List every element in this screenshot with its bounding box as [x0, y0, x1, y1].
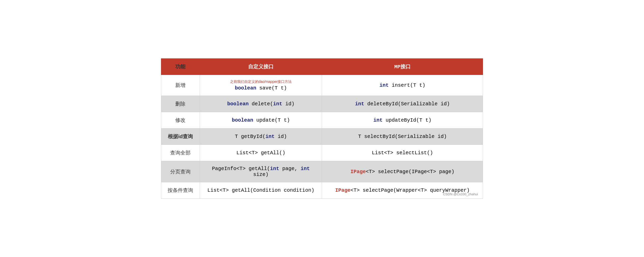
table-row: 新增之前我们自定义的dao/mapper接口方法boolean save(T t… [161, 75, 483, 96]
cell-feature: 删除 [161, 96, 200, 112]
comparison-table-wrapper: 功能 自定义接口 MP接口 新增之前我们自定义的dao/mapper接口方法bo… [161, 58, 483, 199]
cell-custom-interface: T getById(int id) [200, 128, 322, 145]
cell-mp-interface: int deleteById(Serializable id) [322, 96, 483, 112]
table-row: 删除boolean delete(int id)int deleteById(S… [161, 96, 483, 112]
cell-feature: 修改 [161, 112, 200, 128]
table-row: 分页查询PageInfo<T> getAll(int page, int siz… [161, 161, 483, 182]
table-row: 查询全部List<T> getAll()List<T> selectList() [161, 145, 483, 161]
header-feature: 功能 [161, 59, 200, 75]
cell-mp-interface: T selectById(Serializable id) [322, 128, 483, 145]
cell-custom-interface: boolean update(T t) [200, 112, 322, 128]
comparison-table: 功能 自定义接口 MP接口 新增之前我们自定义的dao/mapper接口方法bo… [161, 58, 483, 199]
header-custom: 自定义接口 [200, 59, 322, 75]
cell-feature: 新增 [161, 75, 200, 96]
cell-feature: 查询全部 [161, 145, 200, 161]
cell-feature: 根据id查询 [161, 128, 200, 145]
cell-custom-interface: List<T> getAll() [200, 145, 322, 161]
cell-mp-interface: List<T> selectList() [322, 145, 483, 161]
custom-note: 之前我们自定义的dao/mapper接口方法 [206, 80, 316, 84]
table-row: 按条件查询List<T> getAll(Condition condition)… [161, 182, 483, 199]
cell-mp-interface: int insert(T t) [322, 75, 483, 96]
cell-feature: 分页查询 [161, 161, 200, 182]
table-body: 新增之前我们自定义的dao/mapper接口方法boolean save(T t… [161, 75, 483, 199]
cell-custom-interface: boolean delete(int id) [200, 96, 322, 112]
header-mp: MP接口 [322, 59, 483, 75]
cell-mp-interface: IPage<T> selectPage(IPage<T> page) [322, 161, 483, 182]
watermark: CSDN @Cx330_zhahui [443, 192, 478, 196]
cell-custom-interface: List<T> getAll(Condition condition) [200, 182, 322, 199]
cell-mp-interface: int updateById(T t) [322, 112, 483, 128]
table-header-row: 功能 自定义接口 MP接口 [161, 59, 483, 75]
cell-feature: 按条件查询 [161, 182, 200, 199]
cell-custom-interface: 之前我们自定义的dao/mapper接口方法boolean save(T t) [200, 75, 322, 96]
cell-custom-interface: PageInfo<T> getAll(int page, int size) [200, 161, 322, 182]
table-row: 修改boolean update(T t)int updateById(T t) [161, 112, 483, 128]
table-row: 根据id查询T getById(int id)T selectById(Seri… [161, 128, 483, 145]
